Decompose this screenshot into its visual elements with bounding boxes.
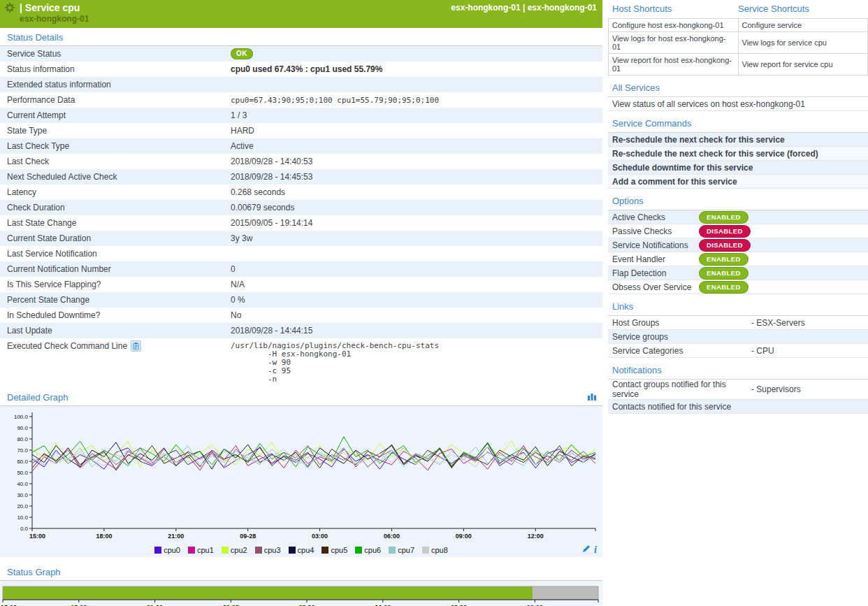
notification-value[interactable]: - Supervisors <box>751 384 801 394</box>
svg-text:10.0: 10.0 <box>17 514 28 521</box>
shortcut-link[interactable]: View report for host esx-hongkong-01 <box>609 54 739 75</box>
copy-command-icon[interactable] <box>131 340 141 352</box>
link-label: Host Groups <box>612 318 751 328</box>
table-row: Check Duration0.00679 seconds <box>0 200 602 215</box>
legend-item: cpu5 <box>321 546 347 554</box>
shortcut-link[interactable]: View logs for service cpu <box>738 32 868 54</box>
legend-label: cpu0 <box>164 546 180 554</box>
option-state-badge[interactable]: ENABLED <box>699 253 748 266</box>
option-state-badge[interactable]: ENABLED <box>699 267 748 280</box>
row-value: Active <box>231 141 602 151</box>
row-label-text: Last Check Type <box>7 141 69 151</box>
shortcut-link[interactable]: View logs for host esx-hongkong-01 <box>609 32 739 54</box>
command-line-text: /usr/lib/nagios/plugins/check-bench-cpu-… <box>231 340 602 388</box>
detailed-graph-panel: 0.010.020.030.040.050.060.070.080.090.01… <box>0 406 602 557</box>
row-label: Current Attempt <box>0 110 231 120</box>
table-row: Percent State Change0 % <box>0 292 602 308</box>
legend-label: cpu8 <box>431 546 448 554</box>
link-value[interactable]: - CPU <box>751 346 774 356</box>
table-row: Current Attempt1 / 3 <box>0 108 602 123</box>
info-icon[interactable]: i <box>594 546 597 554</box>
option-state-badge[interactable]: ENABLED <box>699 211 748 224</box>
row-value: 0 % <box>231 295 602 305</box>
svg-text:03:00: 03:00 <box>312 533 328 540</box>
svg-text:09:00: 09:00 <box>456 533 472 540</box>
table-row: Executed Check Command Line/usr/lib/nagi… <box>0 338 602 388</box>
table-row: Last Check TypeActive <box>0 138 602 154</box>
link-label: Service groups <box>612 332 751 342</box>
service-commands-heading: Service Commands <box>608 111 868 132</box>
shortcut-link[interactable]: View report for service cpu <box>738 54 868 75</box>
row-label: Executed Check Command Line <box>0 340 231 352</box>
shortcut-link[interactable]: Configure host esx-hongkong-01 <box>609 19 739 32</box>
legend-item: cpu1 <box>188 546 214 554</box>
option-row: Event HandlerENABLED <box>608 252 868 266</box>
all-services-link[interactable]: View status of all services on host esx-… <box>608 97 868 111</box>
row-value: No <box>231 310 602 320</box>
option-label: Event Handler <box>612 254 699 264</box>
legend-label: cpu2 <box>231 546 247 554</box>
row-label: Service Status <box>0 49 231 59</box>
host-subtitle[interactable]: esx-hongkong-01 <box>4 14 597 24</box>
svg-text:18:00: 18:00 <box>96 533 112 540</box>
svg-text:80.0: 80.0 <box>17 436 28 442</box>
edit-graph-pencil-icon[interactable] <box>582 544 591 555</box>
svg-text:09-28: 09-28 <box>240 533 256 540</box>
row-value: /usr/lib/nagios/plugins/check-bench-cpu-… <box>231 340 602 388</box>
service-command-link[interactable]: Re-schedule the next check for this serv… <box>608 147 868 161</box>
bar-chart-icon[interactable] <box>587 391 597 403</box>
legend-label: cpu5 <box>331 546 347 554</box>
row-label: Last State Change <box>0 218 231 228</box>
legend-label: cpu3 <box>264 546 281 554</box>
table-row: Last Service Notification <box>0 246 602 261</box>
row-label: Performance Data <box>0 95 231 105</box>
row-value: 0 <box>231 264 602 274</box>
legend-label: cpu6 <box>364 546 381 554</box>
service-command-link[interactable]: Schedule downtime for this service <box>608 161 868 175</box>
row-label: Status information <box>0 64 231 74</box>
status-graph-heading: Status Graph <box>0 563 602 581</box>
row-label: Current Notification Number <box>0 264 231 274</box>
legend-item: cpu3 <box>255 546 281 554</box>
legend-item: cpu6 <box>355 546 381 554</box>
breadcrumb[interactable]: esx-hongkong-01 | esx-hongkong-01 <box>451 3 597 13</box>
row-value: 2015/09/05 - 19:14:14 <box>231 218 602 228</box>
legend-label: cpu7 <box>398 546 414 554</box>
table-row: Current State Duration3y 3w <box>0 231 602 246</box>
option-state-badge[interactable]: ENABLED <box>699 281 748 294</box>
options-heading: Options <box>608 189 868 210</box>
option-label: Active Checks <box>612 212 699 222</box>
status-timeline-chart: 15:0018:0021:0009-2803:0006:0009:0012:00 <box>0 584 602 606</box>
left-panel: | Service cpu esx-hongkong-01 | esx-hong… <box>0 0 602 606</box>
table-row: Service StatusOK <box>0 46 602 62</box>
row-label-text: Current Notification Number <box>7 264 111 274</box>
service-command-link[interactable]: Add a comment for this service <box>608 175 868 189</box>
svg-text:60.0: 60.0 <box>17 459 28 465</box>
table-row: Service Categories- CPU <box>608 344 868 358</box>
option-state-badge[interactable]: DISABLED <box>699 225 751 238</box>
row-label-text: Last Update <box>7 326 52 336</box>
legend-item: cpu4 <box>289 546 314 554</box>
legend-swatch <box>255 547 262 554</box>
row-label-text: Last State Change <box>7 218 76 228</box>
row-label: Current State Duration <box>0 233 231 243</box>
notification-label: Contacts notified for this service <box>612 402 751 412</box>
svg-text:15:00: 15:00 <box>29 533 45 540</box>
table-row: Next Scheduled Active Check2018/09/28 - … <box>0 169 602 185</box>
shortcut-link[interactable]: Configure service <box>738 19 868 32</box>
row-label: Latency <box>0 187 231 197</box>
option-label: Passive Checks <box>612 226 699 236</box>
row-label-text: Last Service Notification <box>7 249 97 259</box>
option-state-badge[interactable]: DISABLED <box>699 239 751 252</box>
link-value[interactable]: - ESX-Servers <box>751 318 805 328</box>
links-heading: Links <box>608 294 868 315</box>
row-label: Extended status information <box>0 80 231 89</box>
legend-item: cpu8 <box>422 546 448 554</box>
option-row: Active ChecksENABLED <box>608 210 868 224</box>
gear-icon[interactable] <box>4 2 15 13</box>
service-command-link[interactable]: Re-schedule the next check for this serv… <box>608 133 868 147</box>
table-row: In Scheduled Downtime?No <box>0 308 602 323</box>
row-value: HARD <box>231 126 602 136</box>
detailed-graph-heading: Detailed Graph <box>0 388 602 406</box>
row-label: Last Check Type <box>0 141 231 151</box>
